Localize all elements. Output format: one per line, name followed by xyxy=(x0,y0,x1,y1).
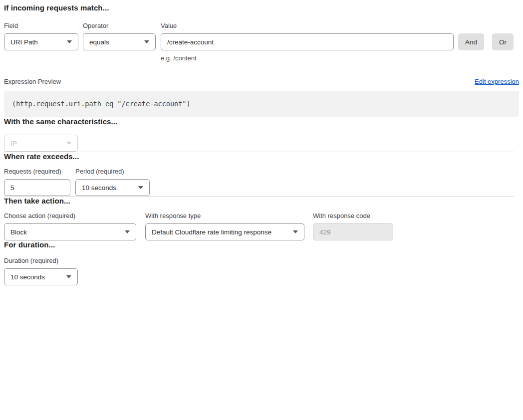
period-label: Period (required) xyxy=(75,168,150,175)
duration-select-value: 10 seconds xyxy=(10,273,45,281)
operator-group: Operator equals xyxy=(83,22,156,50)
requests-input[interactable] xyxy=(4,179,70,196)
action-select-value: Block xyxy=(10,228,27,236)
rate-fields-row: Requests (required) Period (required) 10… xyxy=(4,168,519,196)
edit-expression-link[interactable]: Edit expression xyxy=(475,78,519,85)
expression-preview-label: Expression Preview xyxy=(4,78,61,85)
field-label: Field xyxy=(4,22,78,29)
or-button[interactable]: Or xyxy=(492,33,514,50)
value-label: Value xyxy=(161,22,454,29)
action-select[interactable]: Block xyxy=(4,223,136,240)
chevron-down-icon xyxy=(125,230,130,233)
duration-group: Duration (required) 10 seconds xyxy=(4,257,78,285)
response-code-input xyxy=(313,223,393,240)
rate-section-title: When rate exceeds... xyxy=(4,152,519,161)
period-select-value: 10 seconds xyxy=(82,184,116,192)
expression-code-text: (http.request.uri.path eq "/create-accou… xyxy=(12,100,191,108)
match-section-title: If incoming requests match... xyxy=(4,0,519,12)
response-code-label: With response code xyxy=(313,212,393,219)
characteristic-select-value: IP xyxy=(10,140,17,147)
and-or-buttons: And Or xyxy=(458,22,514,50)
value-hint: e.g. /content xyxy=(161,54,454,62)
response-type-label: With response type xyxy=(145,212,304,219)
action-fields-row: Choose action (required) Block With resp… xyxy=(4,212,519,240)
chevron-down-icon xyxy=(66,142,71,145)
response-type-select-value: Default Cloudflare rate limiting respons… xyxy=(152,228,271,236)
response-type-select[interactable]: Default Cloudflare rate limiting respons… xyxy=(145,223,304,240)
value-group: Value e.g. /content xyxy=(161,22,454,62)
rate-limiting-rule-form: If incoming requests match... Field URI … xyxy=(0,0,523,285)
response-code-group: With response code xyxy=(313,212,393,240)
action-label: Choose action (required) xyxy=(4,212,136,219)
characteristics-row: IP xyxy=(4,135,519,152)
action-section-title: Then take action... xyxy=(4,197,519,206)
operator-select[interactable]: equals xyxy=(83,33,156,50)
response-type-group: With response type Default Cloudflare ra… xyxy=(145,212,304,240)
field-select-value: URI Path xyxy=(10,38,38,46)
expression-preview-code: (http.request.uri.path eq "/create-accou… xyxy=(4,91,519,117)
duration-select[interactable]: 10 seconds xyxy=(4,268,78,285)
chevron-down-icon xyxy=(138,186,143,189)
duration-section-title: For duration... xyxy=(4,240,519,249)
operator-label: Operator xyxy=(83,22,156,29)
operator-select-value: equals xyxy=(89,38,109,46)
field-select[interactable]: URI Path xyxy=(4,33,78,50)
match-fields-row: Field URI Path Operator equals Value e.g… xyxy=(4,22,519,62)
duration-row: Duration (required) 10 seconds xyxy=(4,257,519,285)
period-group: Period (required) 10 seconds xyxy=(75,168,150,196)
characteristic-select: IP xyxy=(4,135,78,152)
chevron-down-icon xyxy=(144,40,149,43)
chevron-down-icon xyxy=(66,275,71,278)
action-group: Choose action (required) Block xyxy=(4,212,136,240)
and-button[interactable]: And xyxy=(458,33,484,50)
requests-group: Requests (required) xyxy=(4,168,70,196)
chevron-down-icon xyxy=(293,230,298,233)
duration-label: Duration (required) xyxy=(4,257,78,264)
chevron-down-icon xyxy=(67,40,72,43)
requests-label: Requests (required) xyxy=(4,168,70,175)
field-group: Field URI Path xyxy=(4,22,78,50)
period-select[interactable]: 10 seconds xyxy=(75,179,150,196)
expression-preview-header: Expression Preview Edit expression xyxy=(4,78,519,85)
value-input[interactable] xyxy=(161,33,454,50)
characteristics-section-title: With the same characteristics... xyxy=(4,117,519,126)
